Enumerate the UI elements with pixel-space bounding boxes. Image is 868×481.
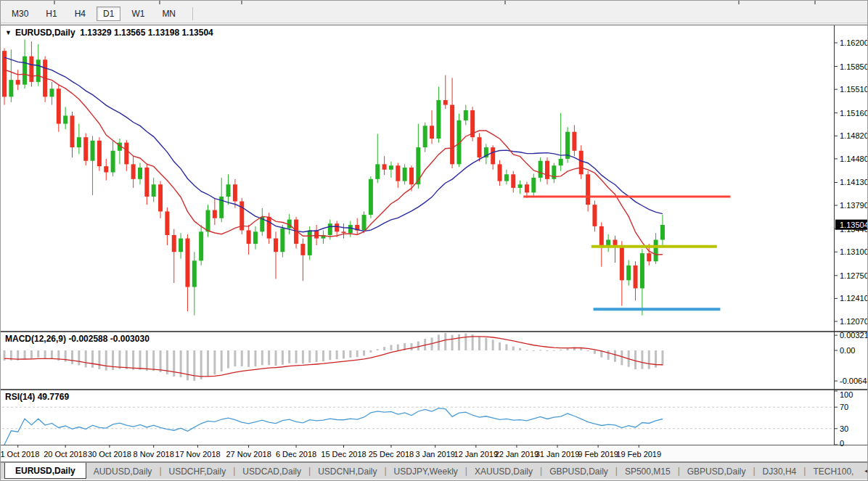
chart-tab-usdjpy-weekly[interactable]: USDJPY,Weekly xyxy=(387,463,465,479)
chart-tabstrip: EURUSD,DailyAUDUSD,Daily|USDCHF,Daily|US… xyxy=(1,462,868,479)
timeframe-button-w1[interactable]: W1 xyxy=(125,7,151,21)
macd-values: -0.002588 -0.003030 xyxy=(68,334,149,344)
symbol-label: EURUSD,Daily xyxy=(15,28,75,38)
timeframe-button-mn[interactable]: MN xyxy=(155,7,182,21)
chart-tab-audusd-daily[interactable]: AUDUSD,Daily xyxy=(86,463,160,479)
macd-pane-title: MACD(12,26,9) -0.002588 -0.003030 xyxy=(5,334,150,344)
rsi-label: RSI(14) xyxy=(5,392,35,402)
chart-tab-eurusd-daily[interactable]: EURUSD,Daily xyxy=(4,463,86,479)
timeframe-toolbar: M30H1H4D1W1MN xyxy=(1,4,867,23)
chart-tab-gbpusd-daily[interactable]: GBPUSD,Daily xyxy=(542,463,615,479)
chart-tab-dj30-h4[interactable]: DJ30,H4 xyxy=(756,463,804,479)
ohlc-values: 1.13329 1.13565 1.13198 1.13504 xyxy=(80,28,213,38)
timeframe-button-h1[interactable]: H1 xyxy=(39,7,63,21)
chart-tab-usdcnh-daily[interactable]: USDCNH,Daily xyxy=(311,463,384,479)
macd-label: MACD(12,26,9) xyxy=(5,334,66,344)
chart-tab-usdcad-daily[interactable]: USDCAD,Daily xyxy=(235,463,308,479)
chart-tab-usdchf-daily[interactable]: USDCHF,Daily xyxy=(162,463,234,479)
timeframe-button-h4[interactable]: H4 xyxy=(68,7,92,21)
timeframe-button-m30[interactable]: M30 xyxy=(5,7,35,21)
mt4-window: M30H1H4D1W1MN 1.162001.158501.155101.151… xyxy=(0,0,868,481)
timeframe-button-d1[interactable]: D1 xyxy=(97,7,120,21)
chart-frame[interactable] xyxy=(1,25,868,461)
chart-tab-gbpusd-daily[interactable]: GBPUSD,Daily xyxy=(680,463,753,479)
rsi-value: 49.7769 xyxy=(38,392,69,402)
rsi-pane-title: RSI(14) 49.7769 xyxy=(5,392,69,402)
toolbar-separator xyxy=(192,7,193,20)
symbol-dropdown-icon[interactable]: ▼ xyxy=(5,29,12,36)
tab-scroll-left-icon[interactable]: ◄ xyxy=(861,467,868,474)
chart-tab-tech100[interactable]: TECH100, xyxy=(806,463,861,479)
chart-tab-xauusd-daily[interactable]: XAUUSD,Daily xyxy=(467,463,540,479)
tab-scroll-buttons: ◄► xyxy=(861,463,868,479)
chart-tab-sp500-m15[interactable]: SP500,M15 xyxy=(618,463,678,479)
price-pane-title: ▼EURUSD,Daily 1.13329 1.13565 1.13198 1.… xyxy=(5,28,213,38)
